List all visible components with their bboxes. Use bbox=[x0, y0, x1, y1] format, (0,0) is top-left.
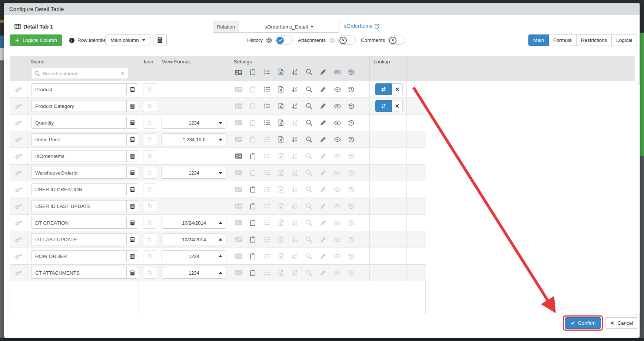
lookup-remove-button[interactable] bbox=[392, 100, 403, 112]
view-format-dropdown[interactable]: 1234 bbox=[162, 117, 226, 129]
contact-card-toggle-icon[interactable] bbox=[232, 252, 246, 260]
contact-card-toggle-icon[interactable] bbox=[232, 136, 246, 143]
icon-picker-button[interactable] bbox=[143, 267, 157, 279]
icon-picker-button[interactable] bbox=[143, 100, 157, 112]
clipboard-toggle-icon[interactable] bbox=[246, 253, 260, 259]
search-toggle-icon[interactable] bbox=[302, 136, 316, 143]
eye-toggle-icon[interactable] bbox=[330, 153, 344, 160]
edit-toggle-icon[interactable] bbox=[316, 253, 330, 259]
icon-picker-button[interactable] bbox=[143, 167, 157, 179]
sort-alpha-toggle-icon[interactable] bbox=[288, 269, 302, 276]
column-name-input[interactable] bbox=[31, 250, 126, 262]
edit-toggle-icon[interactable] bbox=[316, 236, 330, 243]
icon-picker-button[interactable] bbox=[143, 117, 157, 129]
list-toggle-icon[interactable] bbox=[260, 236, 274, 243]
clipboard-toggle-icon[interactable] bbox=[246, 236, 260, 243]
contact-card-toggle-icon[interactable] bbox=[232, 219, 246, 226]
contact-card-toggle-icon[interactable] bbox=[232, 186, 246, 193]
clipboard-toggle-icon[interactable] bbox=[246, 136, 260, 143]
list-toggle-icon[interactable] bbox=[260, 186, 274, 193]
lookup-remove-button[interactable] bbox=[392, 83, 403, 95]
list-toggle-icon[interactable] bbox=[260, 169, 274, 176]
add-logical-column-button[interactable]: Logical Column bbox=[10, 34, 62, 46]
icon-picker-button[interactable] bbox=[143, 250, 157, 262]
calculator-button[interactable] bbox=[126, 234, 138, 245]
eye-toggle-icon[interactable] bbox=[330, 136, 344, 143]
contact-card-toggle-icon[interactable] bbox=[232, 86, 246, 93]
edit-toggle-icon[interactable] bbox=[316, 269, 330, 276]
search-toggle-icon[interactable] bbox=[302, 253, 316, 259]
column-name-input[interactable] bbox=[31, 183, 126, 195]
excel-toggle-icon[interactable] bbox=[274, 269, 288, 276]
relation-dropdown[interactable]: sOrderItems_Detail bbox=[239, 21, 339, 33]
calculator-button[interactable] bbox=[126, 183, 138, 195]
history-toggle-icon[interactable] bbox=[344, 219, 358, 226]
calculator-button[interactable] bbox=[126, 217, 138, 229]
column-name-input[interactable] bbox=[31, 100, 126, 112]
search-toggle-icon[interactable] bbox=[302, 153, 316, 159]
lookup-button[interactable] bbox=[375, 83, 392, 95]
excel-toggle-icon[interactable] bbox=[274, 103, 288, 109]
calculator-button[interactable] bbox=[126, 167, 138, 179]
attachments-gear-icon[interactable] bbox=[329, 37, 335, 44]
sort-alpha-toggle-icon[interactable] bbox=[288, 186, 302, 193]
search-toggle-icon[interactable] bbox=[302, 169, 316, 176]
list-toggle-icon[interactable] bbox=[260, 253, 274, 259]
eye-toggle-icon[interactable] bbox=[330, 253, 344, 260]
clipboard-toggle-icon[interactable] bbox=[246, 269, 260, 276]
icon-picker-button[interactable] bbox=[143, 217, 157, 229]
list-toggle-icon[interactable] bbox=[260, 103, 274, 109]
tab-main[interactable]: Main bbox=[528, 34, 549, 46]
clipboard-toggle-icon[interactable] bbox=[246, 119, 260, 126]
history-toggle-icon[interactable] bbox=[344, 86, 358, 93]
clipboard-toggle-icon[interactable] bbox=[246, 186, 260, 193]
view-format-dropdown[interactable]: 1234 bbox=[162, 267, 226, 279]
sort-alpha-toggle-icon[interactable] bbox=[288, 103, 302, 109]
edit-toggle-icon[interactable] bbox=[316, 153, 330, 159]
icon-picker-button[interactable] bbox=[143, 200, 157, 212]
excel-toggle-icon[interactable] bbox=[274, 219, 288, 226]
calculator-button[interactable] bbox=[153, 34, 167, 46]
excel-toggle-icon[interactable] bbox=[274, 153, 288, 159]
search-toggle-icon[interactable] bbox=[302, 203, 316, 209]
excel-toggle-icon[interactable] bbox=[274, 186, 288, 193]
history-toggle-icon[interactable] bbox=[344, 203, 358, 209]
calculator-button[interactable] bbox=[126, 100, 138, 112]
lookup-button[interactable] bbox=[375, 100, 392, 112]
excel-toggle-icon[interactable] bbox=[274, 236, 288, 243]
eye-toggle-icon[interactable] bbox=[330, 236, 344, 243]
clipboard-toggle-icon[interactable] bbox=[246, 103, 260, 109]
calculator-button[interactable] bbox=[126, 267, 138, 279]
sort-alpha-toggle-icon[interactable] bbox=[288, 136, 302, 143]
edit-toggle-icon[interactable] bbox=[316, 103, 330, 109]
sort-alpha-toggle-icon[interactable] bbox=[288, 153, 302, 159]
excel-toggle-icon[interactable] bbox=[274, 136, 288, 143]
tab-formula[interactable]: Formula bbox=[549, 34, 577, 46]
history-toggle-icon[interactable] bbox=[344, 169, 358, 176]
cancel-button[interactable]: Cancel bbox=[605, 317, 638, 329]
list-toggle-icon[interactable] bbox=[260, 119, 274, 126]
history-gear-icon[interactable] bbox=[266, 37, 272, 44]
confirm-button[interactable]: Confirm bbox=[565, 317, 601, 329]
history-toggle-icon[interactable] bbox=[344, 103, 358, 109]
list-toggle-icon[interactable] bbox=[260, 153, 274, 159]
column-name-input[interactable] bbox=[31, 234, 126, 245]
sort-alpha-toggle-icon[interactable] bbox=[288, 253, 302, 259]
sort-alpha-toggle-icon[interactable] bbox=[288, 169, 302, 176]
column-name-input[interactable] bbox=[31, 150, 126, 162]
relation-open-link[interactable]: sOrderItems bbox=[344, 23, 380, 29]
tab-restrictions[interactable]: Restrictions bbox=[577, 34, 612, 46]
contact-card-toggle-icon[interactable] bbox=[232, 152, 246, 160]
contact-card-toggle-icon[interactable] bbox=[232, 119, 246, 126]
clipboard-toggle-icon[interactable] bbox=[246, 86, 260, 93]
eye-toggle-icon[interactable] bbox=[330, 219, 344, 226]
edit-toggle-icon[interactable] bbox=[316, 203, 330, 209]
column-name-input[interactable] bbox=[31, 167, 126, 179]
column-name-input[interactable] bbox=[31, 267, 126, 279]
search-toggle-icon[interactable] bbox=[302, 219, 316, 226]
search-toggle-icon[interactable] bbox=[302, 186, 316, 193]
search-columns-input[interactable] bbox=[40, 71, 120, 76]
excel-toggle-icon[interactable] bbox=[274, 253, 288, 259]
column-name-input[interactable] bbox=[31, 200, 126, 212]
view-format-dropdown[interactable]: 1234 bbox=[162, 250, 226, 262]
